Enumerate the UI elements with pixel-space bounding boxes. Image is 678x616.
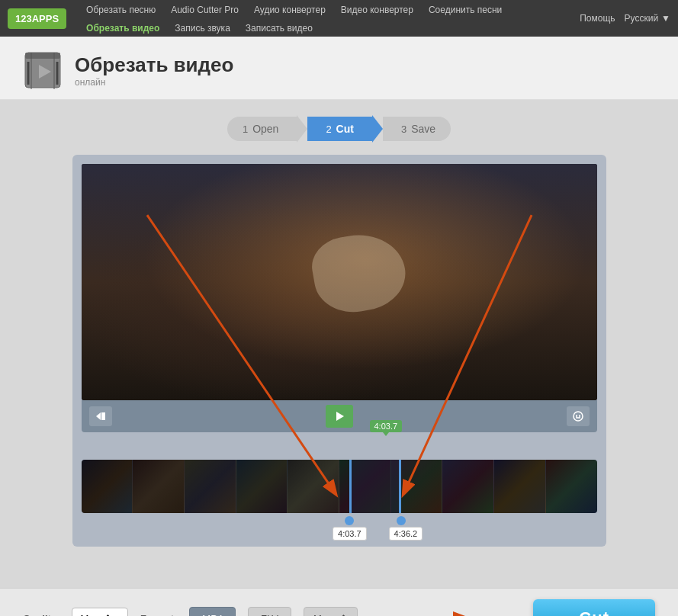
player-container: 4:03.7 [72, 155, 606, 547]
step-save-label: Save [411, 123, 435, 135]
svg-point-10 [574, 412, 583, 421]
app-icon [23, 50, 63, 90]
format-flv-button[interactable]: FLV [248, 607, 291, 617]
step-open-num: 1 [243, 124, 248, 135]
page-title: Обрезать видео [75, 53, 233, 77]
format-more-button[interactable]: More ⬍ [304, 607, 358, 617]
current-time-label: 4:03.7 [370, 420, 403, 432]
stop-button[interactable] [567, 406, 590, 426]
step-cut-num: 2 [326, 124, 331, 135]
main-content: 1 Open 2 Cut 3 Save [0, 100, 678, 588]
quality-selector[interactable]: Max ⬍ [72, 608, 128, 617]
nav-link-join-songs[interactable]: Соединить песни [421, 0, 509, 21]
quality-label: Quality: [23, 613, 59, 617]
bottom-bar: Quality: Max ⬍ Format: MP4 FLV More ⬍ Cu… [0, 588, 678, 616]
step-save-num: 3 [401, 124, 406, 135]
step-open-label: Open [252, 123, 278, 135]
svg-marker-7 [96, 412, 101, 420]
timeline-strip[interactable] [82, 460, 597, 513]
page-subtitle: онлайн [75, 77, 233, 88]
end-time-label: 4:36.2 [389, 527, 423, 541]
svg-rect-8 [101, 412, 105, 420]
rewind-button[interactable] [89, 406, 112, 426]
page-header: Обрезать видео онлайн [0, 37, 678, 100]
svg-marker-9 [336, 412, 344, 421]
nav-link-cut-video[interactable]: Обрезать видео [79, 18, 167, 40]
format-mp4-button[interactable]: MP4 [189, 607, 236, 617]
play-button[interactable] [326, 405, 353, 428]
step-open[interactable]: 1 Open [227, 117, 297, 141]
player-controls [82, 400, 597, 432]
nav-link-record-audio[interactable]: Запись звука [167, 18, 238, 40]
format-label: Format: [140, 613, 177, 617]
cut-button[interactable]: Cut [533, 599, 655, 616]
video-screen [82, 164, 597, 400]
nav-help-link[interactable]: Помощь [580, 13, 615, 24]
start-time-label: 4:03.7 [333, 527, 367, 541]
logo[interactable]: 123APPS [8, 8, 66, 29]
steps-bar: 1 Open 2 Cut 3 Save [23, 115, 655, 143]
top-nav: 123APPS Обрезать песню Audio Cutter Pro … [0, 0, 678, 37]
cut-arrow [415, 602, 476, 616]
step-cut[interactable]: 2 Cut [307, 117, 372, 141]
step-cut-label: Cut [336, 123, 354, 135]
svg-rect-1 [25, 53, 60, 59]
nav-link-video-converter[interactable]: Видео конвертер [333, 0, 421, 21]
nav-lang-selector[interactable]: Русский ▼ [625, 13, 670, 24]
timeline-wrapper: 4:03.7 [82, 438, 597, 537]
step-save[interactable]: 3 Save [383, 117, 451, 141]
nav-link-record-video[interactable]: Записать видео [238, 18, 320, 40]
